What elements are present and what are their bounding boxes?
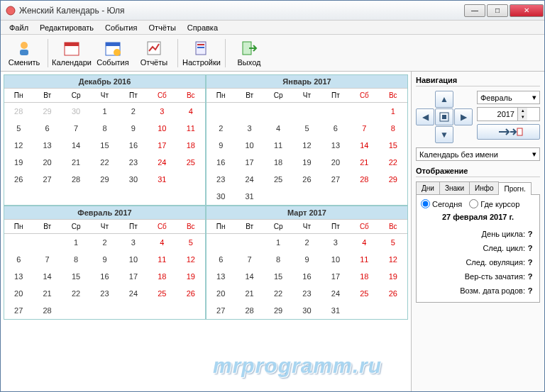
day-cell[interactable]: 29 — [379, 171, 407, 188]
day-cell[interactable]: 29 — [264, 302, 292, 319]
day-cell[interactable]: 26 — [292, 171, 321, 188]
day-cell[interactable]: 15 — [62, 268, 90, 285]
jump-button[interactable] — [477, 124, 540, 140]
close-button[interactable]: ✕ — [510, 4, 544, 17]
tb-change[interactable]: Сменить — [4, 36, 45, 70]
day-cell[interactable]: 12 — [4, 137, 33, 154]
day-cell[interactable]: 9 — [90, 251, 119, 268]
day-cell[interactable] — [235, 103, 263, 120]
day-cell[interactable]: 3 — [321, 234, 350, 251]
day-cell[interactable]: 13 — [4, 268, 33, 285]
day-cell[interactable]: 25 — [148, 285, 176, 302]
day-cell[interactable]: 8 — [62, 251, 90, 268]
day-cell[interactable]: 9 — [207, 137, 235, 154]
day-cell[interactable]: 16 — [292, 268, 321, 285]
day-cell[interactable]: 16 — [207, 154, 235, 171]
menu-help[interactable]: Справка — [182, 22, 224, 33]
day-cell[interactable]: 18 — [148, 268, 176, 285]
day-cell[interactable]: 2 — [119, 103, 148, 120]
day-cell[interactable]: 24 — [321, 285, 350, 302]
day-cell[interactable]: 25 — [177, 154, 205, 171]
day-cell[interactable]: 30 — [62, 103, 90, 120]
day-cell[interactable]: 20 — [207, 285, 235, 302]
maximize-button[interactable]: □ — [487, 4, 508, 17]
day-cell[interactable]: 17 — [119, 268, 148, 285]
day-cell[interactable]: 14 — [235, 268, 263, 285]
day-cell[interactable]: 31 — [148, 171, 176, 188]
day-cell[interactable]: 17 — [235, 154, 263, 171]
tab-info[interactable]: Инфо — [469, 181, 500, 194]
day-cell[interactable]: 1 — [62, 234, 90, 251]
day-cell[interactable]: 31 — [321, 302, 350, 319]
day-cell[interactable]: 30 — [292, 302, 321, 319]
day-cell[interactable]: 1 — [90, 103, 119, 120]
day-cell[interactable]: 31 — [235, 188, 263, 205]
radio-today[interactable]: Сегодня — [421, 199, 462, 208]
day-cell[interactable]: 23 — [292, 285, 321, 302]
day-cell[interactable]: 7 — [235, 251, 263, 268]
day-cell[interactable]: 20 — [4, 285, 33, 302]
day-cell[interactable]: 1 — [264, 234, 292, 251]
day-cell[interactable]: 21 — [235, 285, 263, 302]
day-cell[interactable] — [321, 103, 350, 120]
day-cell[interactable] — [207, 234, 235, 251]
day-cell[interactable]: 21 — [350, 154, 378, 171]
day-cell[interactable]: 19 — [177, 268, 205, 285]
day-cell[interactable]: 8 — [264, 251, 292, 268]
nav-down-button[interactable]: ▼ — [435, 126, 453, 143]
tab-days[interactable]: Дни — [416, 181, 440, 194]
radio-cursor-input[interactable] — [469, 199, 478, 208]
day-cell[interactable]: 30 — [207, 188, 235, 205]
day-cell[interactable]: 5 — [177, 234, 205, 251]
tb-calendars[interactable]: Календари — [51, 36, 92, 70]
day-cell[interactable]: 12 — [292, 137, 321, 154]
day-cell[interactable]: 19 — [4, 154, 33, 171]
day-cell[interactable]: 30 — [119, 171, 148, 188]
day-cell[interactable]: 11 — [264, 137, 292, 154]
tb-settings[interactable]: Настройки — [181, 36, 222, 70]
menu-edit[interactable]: Редактировать — [34, 22, 99, 33]
day-cell[interactable]: 15 — [90, 137, 119, 154]
day-cell[interactable]: 23 — [90, 285, 119, 302]
day-cell[interactable]: 11 — [350, 251, 378, 268]
day-cell[interactable]: 24 — [148, 154, 176, 171]
radio-today-input[interactable] — [421, 199, 430, 208]
day-cell[interactable]: 2 — [292, 234, 321, 251]
day-cell[interactable]: 24 — [119, 285, 148, 302]
day-cell[interactable]: 27 — [33, 171, 61, 188]
day-cell[interactable]: 28 — [350, 171, 378, 188]
day-cell[interactable]: 20 — [33, 154, 61, 171]
calendar-select[interactable]: Календарь без имени ▾ — [416, 147, 540, 161]
day-cell[interactable]: 15 — [264, 268, 292, 285]
nav-up-button[interactable]: ▲ — [435, 91, 453, 108]
day-cell[interactable]: 11 — [148, 251, 176, 268]
day-cell[interactable]: 21 — [33, 285, 61, 302]
day-cell[interactable]: 28 — [33, 302, 61, 319]
day-cell[interactable]: 18 — [177, 137, 205, 154]
day-cell[interactable]: 4 — [350, 234, 378, 251]
tab-signs[interactable]: Знаки — [439, 181, 470, 194]
day-cell[interactable]: 6 — [321, 120, 350, 137]
menu-file[interactable]: Файл — [4, 22, 34, 33]
day-cell[interactable]: 24 — [235, 171, 263, 188]
day-cell[interactable]: 3 — [235, 120, 263, 137]
nav-right-button[interactable]: ▶ — [454, 108, 473, 125]
day-cell[interactable]: 28 — [235, 302, 263, 319]
day-cell[interactable]: 26 — [379, 285, 407, 302]
nav-today-button[interactable] — [435, 108, 453, 125]
minimize-button[interactable]: — — [464, 4, 485, 17]
day-cell[interactable] — [350, 103, 378, 120]
day-cell[interactable]: 9 — [119, 120, 148, 137]
day-cell[interactable]: 2 — [207, 120, 235, 137]
day-cell[interactable]: 7 — [350, 120, 378, 137]
day-cell[interactable]: 3 — [119, 234, 148, 251]
nav-left-button[interactable]: ◀ — [416, 108, 434, 125]
day-cell[interactable]: 20 — [321, 154, 350, 171]
day-cell[interactable]: 6 — [4, 251, 33, 268]
day-cell[interactable] — [264, 103, 292, 120]
day-cell[interactable]: 23 — [207, 171, 235, 188]
day-cell[interactable]: 6 — [33, 120, 61, 137]
day-cell[interactable]: 14 — [33, 268, 61, 285]
day-cell[interactable]: 22 — [379, 154, 407, 171]
tab-prognosis[interactable]: Прогн. — [498, 182, 531, 195]
